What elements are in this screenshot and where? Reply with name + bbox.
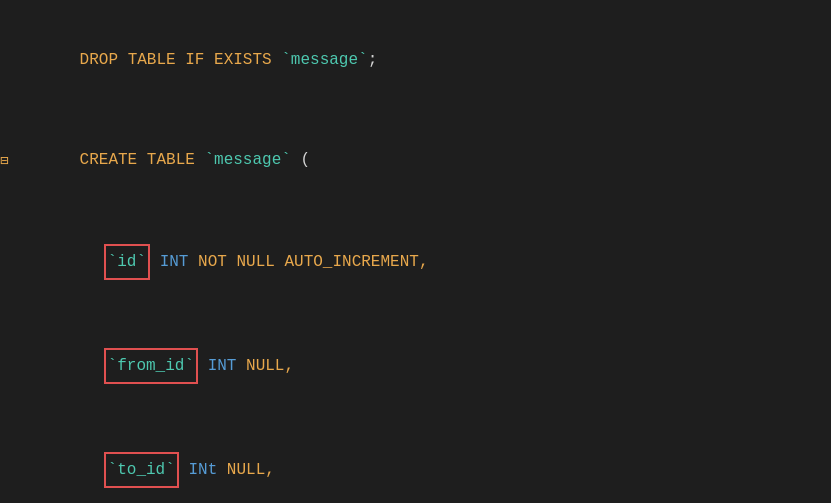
space5 xyxy=(179,461,189,479)
keyword-table2: TABLE xyxy=(147,151,205,169)
code-line-3: `id` INT NOT NULL AUTO_INCREMENT, xyxy=(0,210,831,314)
code-line-1: DROP TABLE IF EXISTS `message`; xyxy=(0,10,831,110)
identifier-message: `message` xyxy=(281,51,367,69)
semicolon: ; xyxy=(368,51,378,69)
code-editor: DROP TABLE IF EXISTS `message`; ⊟ CREATE… xyxy=(0,0,831,503)
col-to-id: `to_id` xyxy=(108,461,175,479)
line-content-1: DROP TABLE IF EXISTS `message`; xyxy=(14,12,377,108)
keyword-drop: DROP xyxy=(80,51,128,69)
constraint-not-null-ai: NOT NULL AUTO_INCREMENT, xyxy=(188,253,428,271)
line-marker-4 xyxy=(0,358,14,374)
line-content-3: `id` INT NOT NULL AUTO_INCREMENT, xyxy=(14,212,428,312)
line-marker-1 xyxy=(0,52,14,68)
keyword-table: TABLE xyxy=(128,51,186,69)
space4 xyxy=(198,357,208,375)
line-content-2: CREATE TABLE `message` ( xyxy=(14,112,310,208)
identifier-message2: `message` xyxy=(204,151,290,169)
line-content-4: `from_id` INT NULL, xyxy=(14,316,294,416)
code-line-5: `to_id` INt NULL, xyxy=(0,418,831,503)
keyword-if-exists: IF EXISTS xyxy=(185,51,281,69)
constraint-null5: NULL, xyxy=(217,461,275,479)
paren-open: ( xyxy=(291,151,310,169)
line-marker-3 xyxy=(0,254,14,270)
code-line-2: ⊟ CREATE TABLE `message` ( xyxy=(0,110,831,210)
keyword-create: CREATE xyxy=(80,151,147,169)
type-int4: INT xyxy=(208,357,237,375)
highlight-id: `id` xyxy=(104,244,150,280)
col-from-id: `from_id` xyxy=(108,357,194,375)
highlight-to-id: `to_id` xyxy=(104,452,179,488)
highlight-from-id: `from_id` xyxy=(104,348,198,384)
col-id: `id` xyxy=(108,253,146,271)
code-line-4: `from_id` INT NULL, xyxy=(0,314,831,418)
line-content-5: `to_id` INt NULL, xyxy=(14,420,275,503)
constraint-null4: NULL, xyxy=(236,357,294,375)
line-marker-2: ⊟ xyxy=(0,152,14,169)
type-int5: INt xyxy=(188,461,217,479)
space3 xyxy=(150,253,160,271)
line-marker-5 xyxy=(0,462,14,478)
type-int3: INT xyxy=(160,253,189,271)
